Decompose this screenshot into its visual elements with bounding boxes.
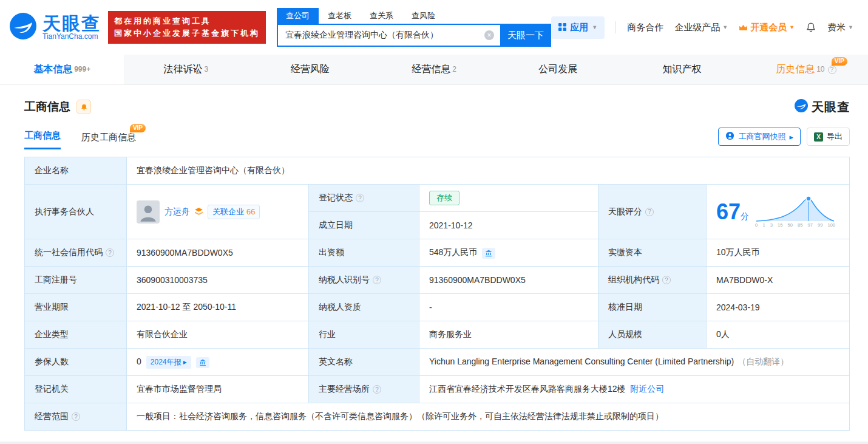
apps-label: 应用 — [570, 22, 588, 33]
english-name-label: 英文名称 — [309, 349, 419, 376]
official-snapshot-button[interactable]: 工商官网快照 ▸ — [718, 128, 801, 146]
score-label: 天眼评分 — [608, 207, 642, 217]
approval-date-label: 核准日期 — [598, 294, 707, 321]
taxpayer-quality-label: 纳税人资质 — [309, 294, 419, 321]
help-icon[interactable]: ? — [106, 248, 114, 257]
establish-date-value: 2021-10-12 — [419, 212, 598, 239]
company-nav-tabs: 基本信息 999+ 法律诉讼 3 经营风险 经营信息 2 公司发展 知识产权 V… — [0, 55, 868, 85]
table-row: 参保人数 02024年报 ▸ 英文名称 Yichun Langling Ente… — [25, 349, 850, 376]
tab-legal-proceedings[interactable]: 法律诉讼 3 — [124, 55, 248, 84]
search-input[interactable] — [277, 24, 500, 47]
reg-status-label: 登记状态 — [319, 193, 353, 203]
company-type-label: 企业类型 — [25, 321, 127, 349]
company-type-value: 有限合伙企业 — [127, 321, 309, 349]
score-curve-chart — [755, 194, 835, 222]
score-axis-ticks: 0131550859799100 — [755, 222, 835, 229]
reg-authority-label: 登记机关 — [25, 376, 127, 403]
apps-menu[interactable]: 应用 ▼ — [551, 16, 605, 39]
taxpayer-id-label: 纳税人识别号 — [319, 275, 370, 285]
logo-text-cn: 天眼查 — [42, 14, 101, 33]
staff-size-value: 0人 — [707, 321, 850, 349]
search-tab-boss[interactable]: 查老板 — [319, 8, 361, 24]
tab-badge: 3 — [205, 65, 209, 73]
score-value: 67 — [716, 199, 741, 224]
search-tab-relation[interactable]: 查关系 — [361, 8, 402, 24]
user-menu[interactable]: 费米 ▼ — [827, 22, 853, 33]
help-icon[interactable]: ? — [645, 208, 654, 216]
vip-tag: VIP — [832, 57, 847, 66]
taxpayer-id-value: 91360900MA7BDDW0X5 — [419, 267, 598, 294]
paid-capital-value: 10万人民币 — [707, 239, 850, 267]
search-button[interactable]: 天眼一下 — [500, 24, 551, 47]
logo-text-en: TianYanCha.com — [42, 33, 101, 41]
divider — [615, 21, 616, 33]
tab-intellectual-property[interactable]: 知识产权 — [620, 55, 744, 84]
help-icon[interactable]: ? — [662, 276, 671, 284]
boss-badge-icon — [195, 208, 203, 216]
vip-tag: VIP — [130, 124, 146, 132]
tab-business-risk[interactable]: 经营风险 — [248, 55, 372, 84]
tab-basic-info[interactable]: 基本信息 999+ — [0, 55, 124, 84]
taxpayer-quality-value: - — [419, 294, 598, 321]
help-icon[interactable]: ? — [828, 66, 836, 74]
top-header: 天眼查 TianYanCha.com 都在用的商业查询工具 国家中小企业发展子基… — [0, 0, 868, 55]
nearby-companies-link[interactable]: 附近公司 — [630, 384, 664, 394]
paid-capital-label: 实缴资本 — [598, 239, 707, 267]
slogan-line1: 都在用的商业查询工具 — [114, 15, 260, 27]
insured-value: 0 — [137, 357, 141, 366]
subtab-history-registration[interactable]: VIP 历史工商信息 — [81, 132, 136, 149]
grid-icon — [558, 22, 566, 33]
table-row: 登记机关 宜春市市场监督管理局 主要经营场所 ? 江西省宜春经济技术开发区春风路… — [25, 376, 850, 403]
capital-bank-icon[interactable] — [482, 248, 495, 259]
search-area: 查公司 查老板 查关系 查风险 × 天眼一下 — [277, 8, 551, 47]
help-icon[interactable]: ? — [72, 412, 80, 421]
search-tab-company[interactable]: 查公司 — [277, 8, 319, 24]
tab-badge: 2 — [452, 65, 456, 73]
company-name-value: 宜春浪绫企业管理咨询中心（有限合伙） — [127, 157, 850, 185]
tab-company-development[interactable]: 公司发展 — [496, 55, 620, 84]
partner-avatar[interactable] — [137, 200, 160, 224]
insured-bank-icon[interactable] — [196, 357, 209, 368]
crown-icon — [739, 22, 748, 33]
tab-business-info[interactable]: 经营信息 2 — [372, 55, 496, 84]
menu-cooperation[interactable]: 商务合作 — [627, 22, 663, 33]
business-scope-label: 经营范围 — [35, 411, 69, 422]
capital-value: 548万人民币 — [429, 247, 477, 257]
tianyancha-logo[interactable]: 天眼查 TianYanCha.com — [8, 12, 101, 43]
auto-translate-note: （自动翻译） — [737, 357, 788, 366]
menu-open-vip[interactable]: 开通会员 ▼ — [739, 22, 795, 33]
table-row: 工商注册号 360900310003735 纳税人识别号 ? 91360900M… — [25, 267, 850, 294]
credit-code-value: 91360900MA7BDDW0X5 — [127, 239, 309, 267]
chevron-down-icon: ▼ — [848, 24, 853, 30]
partner-name-link[interactable]: 方运舟 — [164, 207, 190, 217]
tianyan-score[interactable]: 67分 0131550859799100 — [716, 194, 839, 229]
help-icon[interactable]: ? — [356, 194, 364, 202]
tab-badge: 10 — [816, 65, 824, 73]
clear-search-icon[interactable]: × — [484, 30, 494, 40]
menu-enterprise-products[interactable]: 企业级产品 ▼ — [674, 22, 728, 33]
company-name-label: 企业名称 — [25, 157, 127, 185]
english-name-value: Yichun Langling Enterprise Management Co… — [429, 357, 734, 366]
table-row: 统一社会信用代码 ? 91360900MA7BDDW0X5 出资额 548万人民… — [25, 239, 850, 267]
business-term-label: 营业期限 — [25, 294, 127, 321]
help-icon[interactable]: ? — [373, 276, 381, 284]
subtab-business-registration[interactable]: 工商信息 — [24, 130, 61, 149]
subscribe-bell-icon[interactable] — [76, 100, 91, 114]
industry-value: 商务服务业 — [419, 321, 598, 349]
insured-label: 参保人数 — [25, 349, 127, 376]
search-tab-risk[interactable]: 查风险 — [402, 8, 444, 24]
chevron-down-icon: ▼ — [789, 24, 795, 30]
slogan-badge: 都在用的商业查询工具 国家中小企业发展子基金旗下机构 — [108, 11, 266, 44]
annual-report-badge[interactable]: 2024年报 ▸ — [146, 356, 191, 369]
related-companies-link[interactable]: 关联企业 66 — [208, 205, 260, 219]
status-badge: 存续 — [429, 191, 459, 205]
tianyancha-logo-icon — [8, 12, 38, 43]
notification-bell-icon[interactable] — [805, 22, 816, 33]
help-icon[interactable]: ? — [373, 385, 381, 394]
export-button[interactable]: X 导出 — [807, 128, 850, 146]
address-value: 江西省宜春经济技术开发区春风路客商服务大楼12楼 — [429, 384, 626, 394]
chevron-down-icon: ▼ — [722, 24, 728, 30]
snapshot-person-icon — [725, 131, 734, 142]
capital-label: 出资额 — [309, 239, 419, 267]
tab-history-info[interactable]: VIP 历史信息 10 ? — [744, 55, 868, 84]
